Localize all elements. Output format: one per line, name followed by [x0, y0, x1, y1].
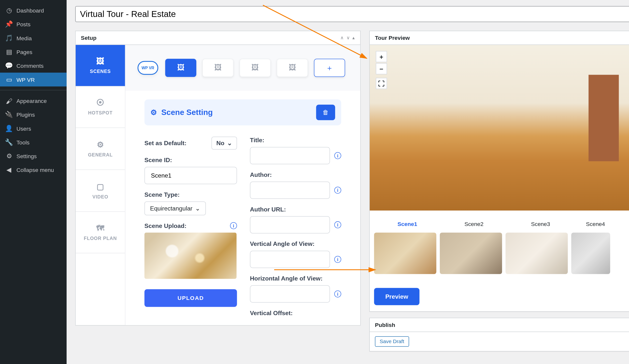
sidebar-label: Posts [16, 21, 30, 27]
scene-type-select[interactable]: Equirectangular ⌄ [145, 201, 206, 215]
scene-upload-thumb[interactable] [145, 233, 237, 279]
sidebar-label: Appearance [16, 98, 47, 104]
target-icon: ⦿ [96, 99, 104, 108]
chevron-down-icon: ⌄ [195, 205, 200, 212]
sidebar-label: Settings [16, 153, 37, 159]
trash-icon: 🗑 [322, 109, 329, 116]
sidebar-item-comments[interactable]: 💬 Comments [0, 59, 67, 72]
setup-panel: Setup ∧ ∨ ▴ 🖼 SCENES [75, 31, 361, 325]
publish-heading: Publish [375, 322, 395, 328]
zoom-in-button[interactable]: + [376, 51, 387, 62]
tab-label: SCENES [90, 69, 111, 74]
setup-heading: Setup [81, 35, 97, 41]
tab-video[interactable]: ▢ VIDEO [76, 170, 125, 212]
plug-icon: 🔌 [5, 111, 13, 119]
gallery-thumb[interactable] [374, 233, 436, 274]
setup-vertical-tabs: 🖼 SCENES ⦿ HOTSPOT ⚙ GENERAL [76, 45, 125, 325]
tab-label: GENERAL [88, 152, 113, 157]
info-icon[interactable]: i [334, 221, 341, 228]
scene-gallery: Scene1 Scene2 Scene3 Scene4 [370, 211, 629, 280]
tab-general[interactable]: ⚙ GENERAL [76, 128, 125, 170]
gallery-scene-name[interactable]: Scene2 [441, 221, 507, 227]
gear-icon: ⚙ [150, 108, 157, 117]
move-up-icon[interactable]: ∧ [340, 35, 344, 41]
chevron-down-icon: ⌄ [227, 139, 232, 146]
plus-icon: ＋ [326, 63, 333, 73]
title-input[interactable] [250, 147, 330, 164]
gallery-thumb[interactable] [440, 233, 502, 274]
tab-scenes[interactable]: 🖼 SCENES [76, 45, 125, 87]
gallery-scene-name[interactable]: Scene1 [374, 221, 441, 227]
sidebar-item-collapse[interactable]: ◀ Collapse menu [0, 163, 67, 177]
scene-tab-3[interactable]: 🖼 [240, 59, 271, 77]
toggle-icon[interactable]: ▴ [352, 35, 355, 41]
scene-setting-header: ⚙ Scene Setting 🗑 [145, 100, 341, 125]
voffset-label: Vertical Offset: [250, 309, 341, 316]
image-icon: 🖼 [251, 64, 259, 72]
panorama-viewer[interactable]: + − ⛶ [370, 45, 629, 211]
sidebar-item-tools[interactable]: 🔧 Tools [0, 135, 67, 149]
scene-tab-1[interactable]: 🖼 [165, 59, 196, 77]
info-icon[interactable]: i [334, 256, 341, 263]
info-icon[interactable]: i [334, 152, 341, 159]
preview-button[interactable]: Preview [374, 288, 419, 305]
title-label: Title: [250, 136, 341, 143]
move-down-icon[interactable]: ∨ [346, 35, 350, 41]
dashboard-icon: ◷ [5, 6, 13, 14]
sidebar-item-dashboard[interactable]: ◷ Dashboard [0, 3, 67, 17]
sidebar-item-settings[interactable]: ⚙ Settings [0, 149, 67, 163]
author-url-label: Author URL: [250, 206, 341, 213]
sidebar-label: Pages [16, 49, 32, 55]
author-url-input[interactable] [250, 216, 330, 233]
author-label: Author: [250, 171, 341, 178]
main-content: Setup ∧ ∨ ▴ 🖼 SCENES [67, 0, 629, 364]
sidebar-item-appearance[interactable]: 🖌 Appearance [0, 94, 67, 108]
tab-label: FLOOR PLAN [84, 236, 117, 241]
sidebar-item-plugins[interactable]: 🔌 Plugins [0, 108, 67, 121]
set-default-label: Set as Default: [145, 139, 186, 146]
sidebar-label: Users [16, 125, 31, 132]
scene-id-label: Scene ID: [145, 156, 237, 163]
delete-scene-button[interactable]: 🗑 [316, 105, 335, 120]
haov-label: Horizontal Angle of View: [250, 275, 341, 282]
info-icon[interactable]: i [334, 291, 341, 297]
scene-tab-4[interactable]: 🖼 [277, 59, 308, 77]
gallery-scene-name[interactable]: Scene3 [507, 221, 574, 227]
gallery-scene-name[interactable]: Scene4 [574, 221, 617, 227]
admin-sidebar: ◷ Dashboard 📌 Posts 🎵 Media ▤ Pages 💬 Co… [0, 0, 67, 364]
wpvr-logo: WP VR [138, 61, 158, 75]
tour-title-input[interactable] [75, 6, 629, 22]
info-icon[interactable]: i [230, 222, 237, 229]
author-input[interactable] [250, 182, 330, 199]
sidebar-item-pages[interactable]: ▤ Pages [0, 45, 67, 59]
add-scene-button[interactable]: ＋ [314, 59, 345, 77]
brush-icon: 🖌 [5, 97, 13, 105]
save-draft-button[interactable]: Save Draft [375, 336, 409, 347]
scene-id-input[interactable] [145, 167, 237, 184]
image-icon: 🖼 [289, 64, 296, 72]
upload-button[interactable]: UPLOAD [145, 289, 237, 307]
scene-setting-title: Scene Setting [161, 108, 212, 117]
tab-floor-plan[interactable]: 🗺 FLOOR PLAN [76, 212, 125, 253]
set-default-select[interactable]: No ⌄ [212, 136, 237, 150]
haov-input[interactable] [250, 285, 330, 303]
gallery-thumb[interactable] [571, 233, 610, 274]
collapse-icon: ◀ [5, 166, 13, 174]
sidebar-item-users[interactable]: 👤 Users [0, 121, 67, 135]
sidebar-item-wpvr[interactable]: ▭ WP VR [0, 73, 67, 87]
sidebar-item-posts[interactable]: 📌 Posts [0, 17, 67, 31]
vaov-input[interactable] [250, 251, 330, 268]
tab-hotspot[interactable]: ⦿ HOTSPOT [76, 87, 125, 128]
sidebar-label: Collapse menu [16, 166, 54, 173]
vr-icon: ▭ [5, 76, 13, 84]
zoom-out-button[interactable]: − [376, 63, 387, 74]
divider [0, 90, 67, 90]
scene-tab-2[interactable]: 🖼 [202, 59, 234, 77]
sidebar-item-media[interactable]: 🎵 Media [0, 31, 67, 45]
map-icon: 🗺 [96, 224, 104, 233]
info-icon[interactable]: i [334, 187, 341, 194]
gallery-thumb[interactable] [505, 233, 568, 274]
fullscreen-button[interactable]: ⛶ [376, 78, 387, 89]
tour-preview-panel: Tour Preview ∧ ∨ ▴ + − ⛶ [369, 31, 629, 312]
image-icon: 🖼 [96, 57, 104, 66]
